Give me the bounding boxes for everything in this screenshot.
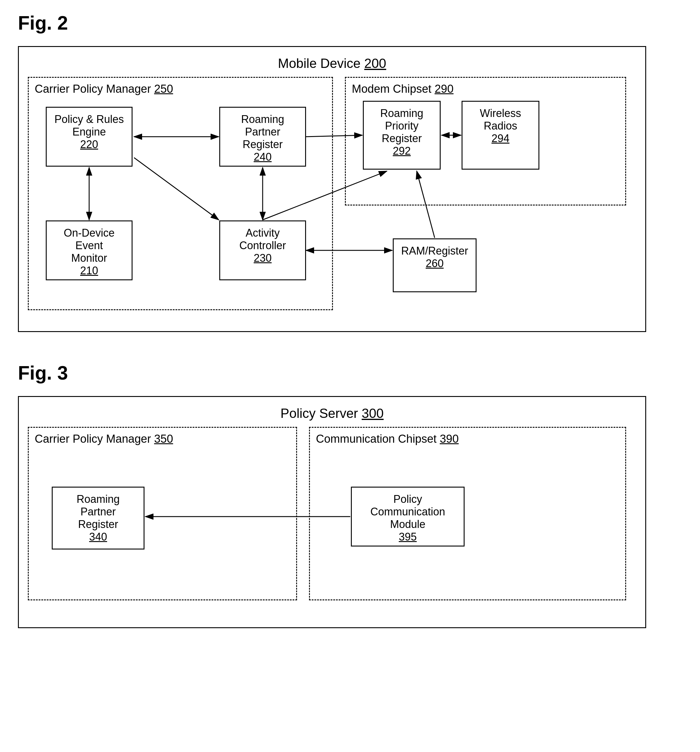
roaming-partner-register-240-box: Roaming Partner Register 240 xyxy=(219,107,306,166)
wireless-radios-294-box: Wireless Radios 294 xyxy=(462,101,539,169)
fig3-title-wrap: Fig. 3 xyxy=(18,362,682,384)
fig3-outer-label: Policy Server 300 xyxy=(28,406,636,421)
roaming-priority-register-292-box: Roaming Priority Register 292 xyxy=(363,101,441,169)
cpm-label: Carrier Policy Manager 250 xyxy=(35,82,173,95)
fig2-diagram: Carrier Policy Manager 250 Modem Chipset… xyxy=(28,77,636,322)
cpm3-label: Carrier Policy Manager 350 xyxy=(35,432,173,445)
ram-register-260-box: RAM/Register 260 xyxy=(393,238,476,292)
policy-communication-module-box: Policy Communication Module 395 xyxy=(351,487,465,547)
policy-rules-engine-box: Policy & Rules Engine 220 xyxy=(46,107,132,166)
mc-label: Modem Chipset 290 xyxy=(352,82,454,95)
fig2-outer-label: Mobile Device 200 xyxy=(28,56,636,71)
fig2-title: Fig. 2 xyxy=(18,12,682,34)
on-device-event-monitor-box: On-Device Event Monitor 210 xyxy=(46,221,132,280)
fig2-container: Mobile Device 200 xyxy=(18,46,646,332)
fig3-diagram: Carrier Policy Manager 350 Communication… xyxy=(28,427,636,618)
activity-controller-box: Activity Controller 230 xyxy=(219,221,306,280)
fig3-title: Fig. 3 xyxy=(18,362,682,384)
cc-label: Communication Chipset 390 xyxy=(316,432,459,445)
fig3-container: Policy Server 300 Carrier Policy Manager… xyxy=(18,396,646,628)
roaming-partner-register-340-box: Roaming Partner Register 340 xyxy=(52,487,145,550)
